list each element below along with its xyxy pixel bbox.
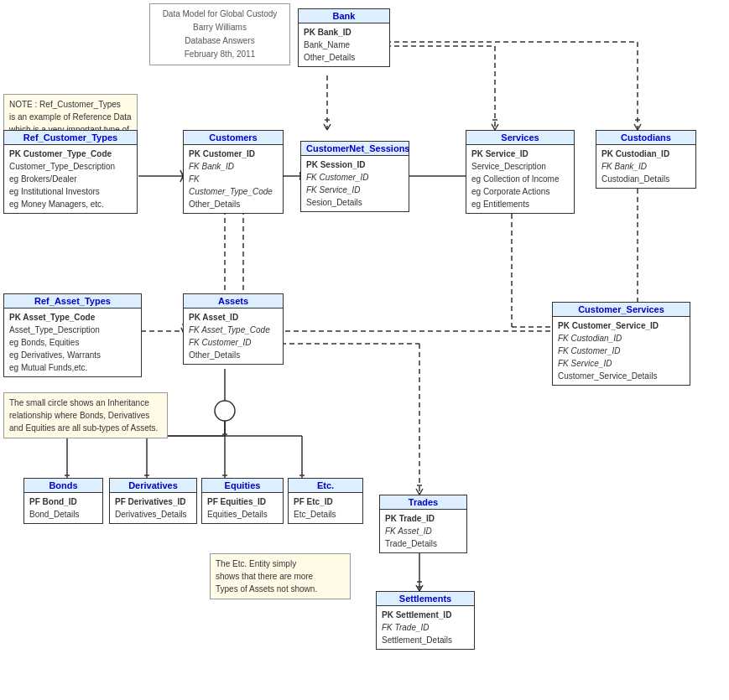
customernet-sessions-entity: CustomerNet_Sessions PK Session_ID FK Cu… [300, 141, 409, 212]
bank-field-3: Other_Details [304, 51, 384, 64]
customers-entity: Customers PK Customer_ID FK Bank_ID FK C… [183, 130, 284, 214]
rat-field-2: Asset_Type_Description [9, 324, 136, 336]
cs-field-2: FK Custodian_ID [558, 332, 685, 345]
derivatives-body: PF Derivatives_ID Derivatives_Details [110, 493, 196, 523]
note-line2: is an example of Reference Data [9, 111, 132, 123]
rat-body: PK Asset_Type_Code Asset_Type_Descriptio… [4, 309, 141, 376]
custodians-entity: Custodians PK Custodian_ID FK Bank_ID Cu… [596, 130, 696, 189]
bonds-body: PF Bond_ID Bond_Details [24, 493, 102, 523]
note-inh-1: The small circle shows an Inheritance [9, 397, 162, 409]
ref-customer-types-entity: Ref_Customer_Types PK Customer_Type_Code… [3, 130, 138, 214]
equities-entity: Equities PF Equities_ID Equities_Details [201, 478, 284, 524]
diagram-container: Data Model for Global Custody Barry Will… [0, 0, 729, 700]
settle-field-2: FK Trade_ID [382, 621, 469, 634]
svg-line-7 [495, 124, 498, 130]
bonds-field-2: Bond_Details [29, 508, 97, 521]
note-etc-3: Types of Assets not shown. [216, 583, 345, 595]
note-etc: The Etc. Entity simply shows that there … [210, 553, 351, 599]
rat-field-3: eg Bonds, Equities [9, 336, 136, 349]
etc-field-1: PF Etc_ID [294, 495, 357, 508]
bonds-title: Bonds [24, 479, 102, 493]
trades-title: Trades [380, 495, 466, 510]
trades-field-3: Trade_Details [385, 537, 461, 550]
services-title: Services [466, 131, 574, 145]
cust-field-2: FK Bank_ID [189, 160, 278, 173]
trades-body: PK Trade_ID FK Asset_ID Trade_Details [380, 510, 466, 552]
deriv-field-1: PF Derivatives_ID [115, 495, 191, 508]
bonds-entity: Bonds PF Bond_ID Bond_Details [23, 478, 103, 524]
services-entity: Services PK Service_ID Service_Descripti… [466, 130, 575, 214]
etc-body: PF Etc_ID Etc_Details [289, 493, 362, 523]
svg-line-70 [416, 489, 419, 495]
settlements-title: Settlements [377, 592, 474, 606]
assets-entity: Assets PK Asset_ID FK Asset_Type_Code FK… [183, 293, 284, 365]
note-etc-2: shows that there are more [216, 570, 345, 583]
svg-line-71 [419, 489, 423, 495]
cs-field-1: PK Customer_Service_ID [558, 319, 685, 332]
cust-field-3: FK Customer_Type_Code [189, 173, 278, 198]
trades-entity: Trades PK Trade_ID FK Asset_ID Trade_Det… [379, 495, 467, 553]
cns-body: PK Session_ID FK Customer_ID FK Service_… [301, 156, 409, 211]
trades-field-2: FK Asset_ID [385, 525, 461, 537]
assets-field-2: FK Asset_Type_Code [189, 324, 278, 336]
svg-line-1 [324, 124, 327, 130]
svg-line-2 [327, 124, 331, 130]
settle-field-3: Settlement_Details [382, 634, 469, 646]
deriv-field-2: Derivatives_Details [115, 508, 191, 521]
assets-field-4: Other_Details [189, 349, 278, 361]
svg-line-11 [634, 124, 638, 130]
note-etc-1: The Etc. Entity simply [216, 557, 345, 570]
ref-customer-types-body: PK Customer_Type_Code Customer_Type_Desc… [4, 145, 137, 213]
bank-body: PK Bank_ID Bank_Name Other_Details [299, 23, 389, 66]
cns-title: CustomerNet_Sessions [301, 142, 409, 156]
note-inh-2: relationship where Bonds, Derivatives [9, 409, 162, 422]
cs-field-5: Customer_Service_Details [558, 370, 685, 382]
info-line4: February 8th, 2011 [155, 48, 284, 61]
customers-body: PK Customer_ID FK Bank_ID FK Customer_Ty… [184, 145, 283, 213]
note-line1: NOTE : Ref_Customer_Types [9, 98, 132, 111]
svc-field-5: eg Entitlements [471, 198, 569, 210]
cns-field-1: PK Session_ID [306, 158, 404, 171]
derivatives-entity: Derivatives PF Derivatives_ID Derivative… [109, 478, 197, 524]
custodians-body: PK Custodian_ID FK Bank_ID Custodian_Det… [596, 145, 695, 188]
svc-field-2: Service_Description [471, 160, 569, 173]
svc-field-3: eg Collection of Income [471, 173, 569, 185]
rct-field-5: eg Money Managers, etc. [9, 198, 132, 210]
cust2-field-3: Custodian_Details [601, 173, 690, 185]
svg-line-12 [638, 124, 641, 130]
cns-field-4: Sesion_Details [306, 196, 404, 209]
note-inh-3: and Equities are all sub-types of Assets… [9, 422, 162, 434]
cns-field-3: FK Service_ID [306, 184, 404, 196]
note-inheritance: The small circle shows an Inheritance re… [3, 392, 168, 438]
svc-field-1: PK Service_ID [471, 148, 569, 160]
etc-field-2: Etc_Details [294, 508, 357, 521]
trades-field-1: PK Trade_ID [385, 512, 461, 525]
assets-body: PK Asset_ID FK Asset_Type_Code FK Custom… [184, 309, 283, 364]
etc-title: Etc. [289, 479, 362, 493]
assets-field-1: PK Asset_ID [189, 311, 278, 324]
services-body: PK Service_ID Service_Description eg Col… [466, 145, 574, 213]
rat-field-1: PK Asset_Type_Code [9, 311, 136, 324]
rat-field-4: eg Derivatives, Warrants [9, 349, 136, 361]
rat-title: Ref_Asset_Types [4, 294, 141, 309]
bank-field-1: PK Bank_ID [304, 26, 384, 39]
cust-field-1: PK Customer_ID [189, 148, 278, 160]
bank-field-2: Bank_Name [304, 39, 384, 51]
rat-field-5: eg Mutual Funds,etc. [9, 361, 136, 374]
custodians-title: Custodians [596, 131, 695, 145]
derivatives-title: Derivatives [110, 479, 196, 493]
customer-services-entity: Customer_Services PK Customer_Service_ID… [552, 302, 690, 386]
rct-field-3: eg Brokers/Dealer [9, 173, 132, 185]
svg-point-50 [215, 401, 235, 421]
bank-entity: Bank PK Bank_ID Bank_Name Other_Details [298, 8, 390, 67]
cust2-field-2: FK Bank_ID [601, 160, 690, 173]
bank-title: Bank [299, 9, 389, 23]
cust2-field-1: PK Custodian_ID [601, 148, 690, 160]
bonds-field-1: PF Bond_ID [29, 495, 97, 508]
info-line3: Database Answers [155, 34, 284, 48]
customers-title: Customers [184, 131, 283, 145]
etc-entity: Etc. PF Etc_ID Etc_Details [288, 478, 363, 524]
info-box: Data Model for Global Custody Barry Will… [149, 3, 290, 65]
cs-field-4: FK Service_ID [558, 357, 685, 370]
cust-field-4: Other_Details [189, 198, 278, 210]
